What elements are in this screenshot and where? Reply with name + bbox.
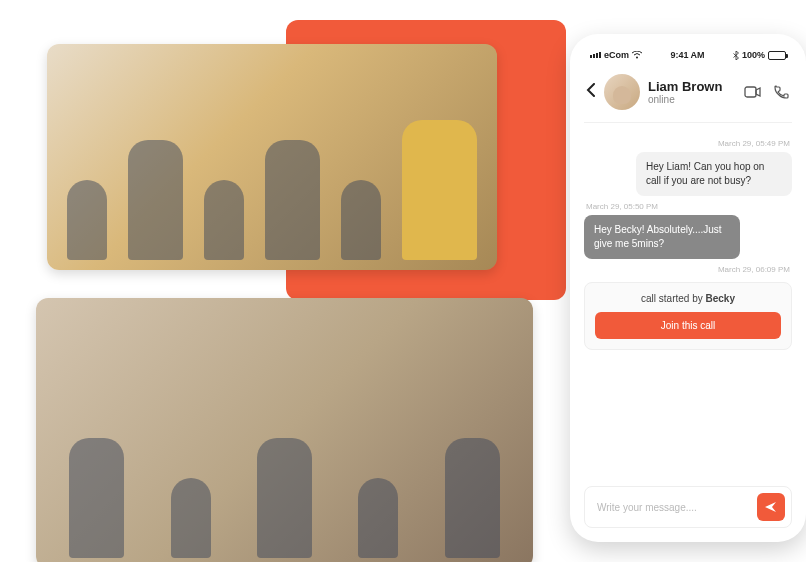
- message-outgoing: Hey Liam! Can you hop on call if you are…: [636, 152, 792, 196]
- messages-area: March 29, 05:49 PM Hey Liam! Can you hop…: [584, 123, 792, 486]
- status-time: 9:41 AM: [670, 50, 704, 60]
- video-call-icon[interactable]: [744, 83, 762, 101]
- status-bar: eCom 9:41 AM 100%: [584, 48, 792, 68]
- carrier-label: eCom: [604, 50, 629, 60]
- message-input[interactable]: [597, 502, 749, 513]
- contact-status: online: [648, 94, 736, 105]
- message-composer: [584, 486, 792, 528]
- join-call-button[interactable]: Join this call: [595, 312, 781, 339]
- phone-mockup: eCom 9:41 AM 100% Liam Brown online: [570, 34, 806, 542]
- event-photo-top: [47, 44, 497, 270]
- back-button[interactable]: [586, 83, 596, 101]
- timestamp: March 29, 05:50 PM: [586, 202, 790, 211]
- battery-label: 100%: [742, 50, 765, 60]
- wifi-icon: [632, 51, 642, 59]
- event-photo-bottom: [36, 298, 533, 562]
- contact-name: Liam Brown: [648, 79, 736, 94]
- avatar[interactable]: [604, 74, 640, 110]
- call-status-text: call started by Becky: [595, 293, 781, 304]
- svg-point-0: [636, 57, 638, 59]
- call-card: call started by Becky Join this call: [584, 282, 792, 350]
- send-button[interactable]: [757, 493, 785, 521]
- bluetooth-icon: [733, 51, 739, 60]
- voice-call-icon[interactable]: [772, 83, 790, 101]
- chat-header: Liam Brown online: [584, 68, 792, 123]
- battery-icon: [768, 51, 786, 60]
- timestamp: March 29, 05:49 PM: [586, 139, 790, 148]
- timestamp: March 29, 06:09 PM: [586, 265, 790, 274]
- signal-icon: [590, 52, 601, 58]
- svg-rect-1: [745, 87, 756, 97]
- message-incoming: Hey Becky! Absolutely....Just give me 5m…: [584, 215, 740, 259]
